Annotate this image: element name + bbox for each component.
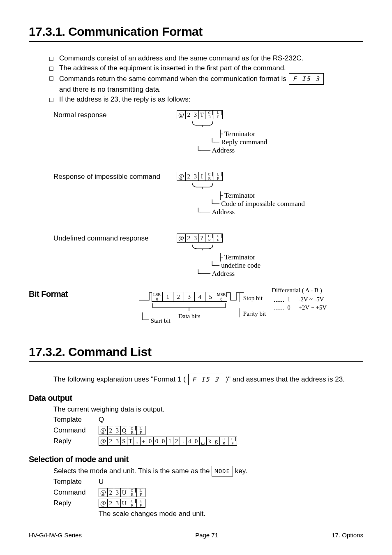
callout: Address [212, 270, 235, 278]
start-bit-label: Start bit [151, 317, 171, 325]
impossible-response-row: Response of impossible command @ 2 3 I C… [53, 172, 363, 216]
footer-left: HV-G/HW-G Series [29, 532, 82, 539]
section-title-1: 17.3.1. Communication Format [29, 25, 363, 42]
callout: Address [212, 208, 235, 216]
normal-response-row: Normal response @ 2 3 T CR LF ├ Terminat… [53, 110, 363, 155]
page-footer: HV-G/HW-G Series Page 71 17. Options [29, 532, 363, 539]
bit-format-section: Bit Format LSB0 12345 MSB6 Data bits Sta… [29, 286, 363, 320]
command-bytes: @ 2 3 U CR LF [99, 488, 145, 497]
parity-bit-label: Parity bit [240, 308, 266, 317]
callout: Code of impossible command [221, 200, 305, 208]
byte-sequence: @ 2 3 I CR LF [177, 172, 223, 181]
response-label: Response of impossible command [53, 172, 177, 181]
byte-sequence: @ 2 3 T CR LF [177, 110, 223, 119]
response-label: Normal response [53, 110, 177, 119]
undefined-response-row: Undefined command response @ 2 3 ? CR LF… [53, 234, 363, 278]
response-label: Undefined command response [53, 234, 177, 243]
bullet-item: Commands consist of an address and the s… [49, 53, 363, 63]
data-output-title: Data output [29, 393, 363, 403]
mode-key: MODE [212, 466, 233, 476]
bullet-item: If the address is 23, the reply is as fo… [49, 95, 363, 104]
stop-bit-label: Stop bit [240, 293, 266, 302]
bit-format-title: Bit Format [29, 289, 103, 299]
callout: Terminator [224, 253, 255, 261]
section-title-2: 17.3.2. Command List [29, 345, 363, 362]
footer-right: 17. Options [332, 532, 363, 539]
voltage-levels: Differential ( A - B ) 1 -2V ~ -5V 0 +2V… [274, 286, 327, 312]
footer-center: Page 71 [195, 532, 218, 539]
bullet-item: The address of the equipment is inserted… [49, 63, 363, 73]
intro-paragraph: The following explanation uses "Format 1… [53, 374, 363, 385]
bit-sequence: LSB0 12345 MSB6 [152, 292, 227, 302]
seg-display: F I5 3 [188, 374, 223, 385]
mode-unit-title: Selection of mode and unit [29, 455, 363, 464]
callout: Reply command [221, 138, 267, 146]
bullet-item: Commands return the same command when th… [49, 73, 363, 95]
callout: Terminator [224, 130, 255, 138]
byte-sequence: @ 2 3 ? CR LF [177, 234, 223, 243]
mode-unit-block: Selects the mode and unit. This is the s… [53, 466, 363, 519]
callout: undefine code [221, 261, 261, 269]
reply-bytes: @ 2 3 S T , + 0 0 0 1 2 . 4 0 ␣ k g CR L… [99, 437, 237, 446]
callout: Address [212, 146, 235, 154]
seg-display: F I5 3 [289, 73, 323, 85]
data-output-block: The current weighing data is output. Tem… [53, 405, 363, 446]
callout: Terminator [224, 192, 255, 199]
command-bytes: @ 2 3 Q CR LF [99, 426, 145, 435]
reply-bytes: @ 2 3 U CR LF [99, 499, 145, 508]
bullet-list: Commands consist of an address and the s… [49, 53, 363, 104]
